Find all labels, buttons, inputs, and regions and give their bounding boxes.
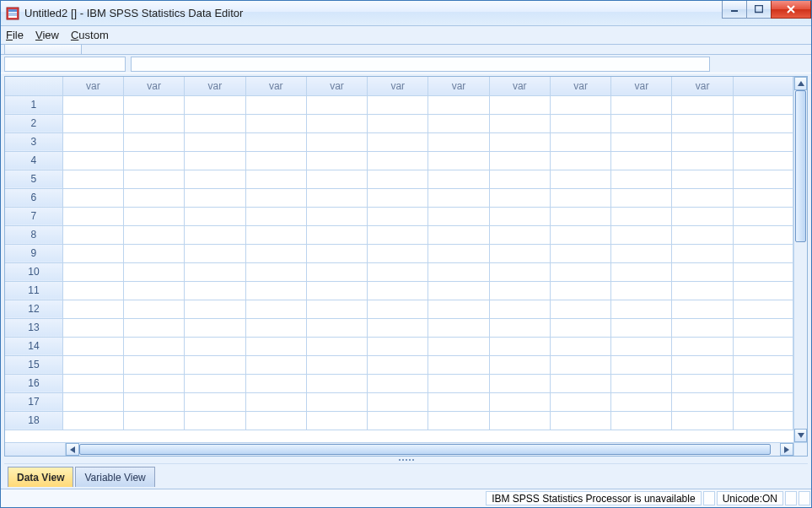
tab-variable-view[interactable]: Variable View — [75, 467, 154, 487]
data-cell[interactable] — [489, 318, 550, 337]
row-header[interactable]: 14 — [5, 337, 62, 355]
data-cell[interactable] — [489, 132, 550, 151]
data-cell[interactable] — [550, 337, 610, 355]
data-cell[interactable] — [368, 151, 428, 170]
data-cell[interactable] — [62, 207, 123, 225]
data-cell[interactable] — [489, 392, 550, 411]
data-cell[interactable] — [368, 114, 428, 132]
data-cell[interactable] — [428, 355, 489, 374]
data-cell[interactable] — [550, 151, 610, 170]
data-cell[interactable] — [124, 207, 185, 225]
data-cell[interactable] — [428, 151, 489, 170]
data-cell[interactable] — [428, 300, 489, 318]
data-cell[interactable] — [306, 225, 367, 244]
data-cell[interactable] — [124, 114, 185, 132]
data-cell[interactable] — [124, 170, 185, 188]
scroll-down-button[interactable] — [794, 429, 807, 442]
grid-corner[interactable] — [5, 77, 62, 95]
data-cell[interactable] — [245, 262, 306, 281]
data-cell[interactable] — [489, 95, 550, 114]
data-cell[interactable] — [306, 392, 367, 411]
maximize-button[interactable] — [746, 1, 772, 19]
scroll-left-button[interactable] — [66, 443, 79, 456]
column-header[interactable]: var — [428, 77, 489, 95]
scroll-up-button[interactable] — [794, 77, 807, 90]
data-cell[interactable] — [368, 411, 428, 430]
data-cell[interactable] — [611, 300, 672, 318]
data-cell[interactable] — [368, 244, 428, 262]
data-cell[interactable] — [62, 392, 123, 411]
data-cell[interactable] — [611, 318, 672, 337]
column-header[interactable]: var — [306, 77, 367, 95]
data-cell[interactable] — [672, 374, 733, 392]
row-header[interactable]: 8 — [5, 225, 62, 244]
data-cell[interactable] — [489, 114, 550, 132]
data-cell[interactable] — [62, 262, 123, 281]
data-cell[interactable] — [245, 411, 306, 430]
data-cell[interactable] — [672, 151, 733, 170]
data-cell[interactable] — [368, 225, 428, 244]
data-cell[interactable] — [306, 170, 367, 188]
data-cell[interactable] — [185, 132, 245, 151]
data-cell[interactable] — [185, 337, 245, 355]
data-cell[interactable] — [550, 318, 610, 337]
data-cell[interactable] — [62, 355, 123, 374]
row-header[interactable]: 9 — [5, 244, 62, 262]
data-cell[interactable] — [550, 225, 610, 244]
data-cell[interactable] — [489, 281, 550, 300]
cell-reference-input[interactable] — [4, 57, 126, 72]
row-header[interactable]: 12 — [5, 300, 62, 318]
data-cell[interactable] — [672, 318, 733, 337]
data-cell[interactable] — [306, 300, 367, 318]
minimize-button[interactable] — [722, 1, 747, 19]
data-cell[interactable] — [611, 151, 672, 170]
data-cell[interactable] — [185, 300, 245, 318]
data-cell[interactable] — [611, 411, 672, 430]
data-cell[interactable] — [185, 151, 245, 170]
data-cell[interactable] — [672, 355, 733, 374]
data-cell[interactable] — [428, 411, 489, 430]
row-header[interactable]: 18 — [5, 411, 62, 430]
data-cell[interactable] — [428, 95, 489, 114]
data-cell[interactable] — [368, 300, 428, 318]
data-cell[interactable] — [489, 374, 550, 392]
data-cell[interactable] — [489, 170, 550, 188]
data-cell[interactable] — [306, 207, 367, 225]
data-cell[interactable] — [124, 225, 185, 244]
data-cell[interactable] — [672, 170, 733, 188]
data-cell[interactable] — [611, 188, 672, 207]
row-header[interactable]: 1 — [5, 95, 62, 114]
data-cell[interactable] — [428, 207, 489, 225]
data-cell[interactable] — [611, 207, 672, 225]
data-cell[interactable] — [550, 355, 610, 374]
data-cell[interactable] — [611, 262, 672, 281]
data-cell[interactable] — [428, 262, 489, 281]
data-cell[interactable] — [428, 244, 489, 262]
data-cell[interactable] — [245, 170, 306, 188]
data-cell[interactable] — [428, 225, 489, 244]
data-cell[interactable] — [306, 262, 367, 281]
data-cell[interactable] — [550, 411, 610, 430]
data-cell[interactable] — [245, 225, 306, 244]
data-cell[interactable] — [489, 225, 550, 244]
data-cell[interactable] — [611, 225, 672, 244]
row-header[interactable]: 17 — [5, 392, 62, 411]
data-cell[interactable] — [124, 244, 185, 262]
data-cell[interactable] — [185, 318, 245, 337]
row-header[interactable]: 2 — [5, 114, 62, 132]
data-cell[interactable] — [428, 188, 489, 207]
data-cell[interactable] — [124, 95, 185, 114]
data-cell[interactable] — [124, 318, 185, 337]
data-cell[interactable] — [245, 132, 306, 151]
data-cell[interactable] — [124, 151, 185, 170]
data-cell[interactable] — [306, 188, 367, 207]
menu-custom[interactable]: Custom — [71, 29, 109, 41]
data-cell[interactable] — [306, 318, 367, 337]
data-cell[interactable] — [185, 244, 245, 262]
data-cell[interactable] — [306, 132, 367, 151]
data-cell[interactable] — [611, 337, 672, 355]
data-cell[interactable] — [185, 170, 245, 188]
data-cell[interactable] — [245, 281, 306, 300]
column-header[interactable]: var — [611, 77, 672, 95]
row-header[interactable]: 6 — [5, 188, 62, 207]
